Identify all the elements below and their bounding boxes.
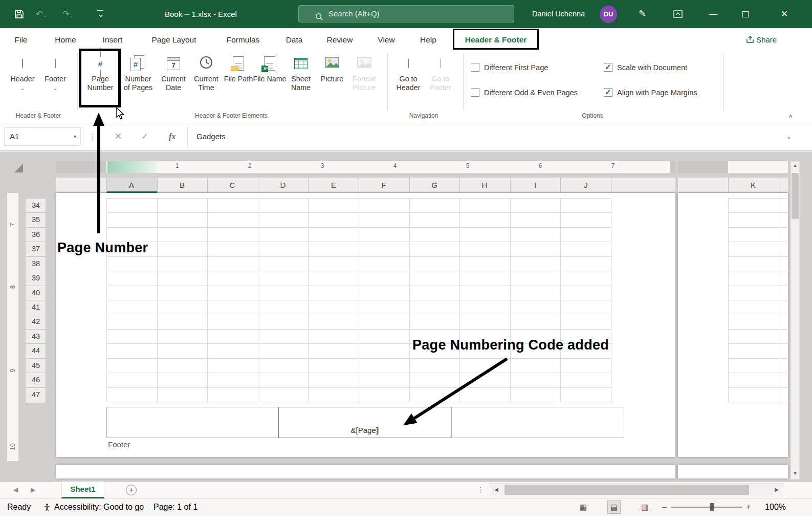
column-header[interactable]: K	[751, 178, 756, 192]
minimize-button[interactable]: —	[703, 0, 723, 28]
column-header[interactable]: J	[584, 178, 588, 192]
column-header[interactable]: F	[381, 178, 386, 192]
tab-data[interactable]: Data	[286, 30, 303, 50]
tab-help[interactable]: Help	[420, 30, 436, 50]
column-header[interactable]: E	[331, 178, 336, 192]
undo-icon[interactable]: ↶⌄	[36, 0, 47, 28]
row-header[interactable]: 41	[26, 300, 46, 314]
tab-review[interactable]: Review	[327, 30, 353, 50]
row-header[interactable]: 39	[26, 271, 46, 285]
picture-button[interactable]: Picture	[315, 54, 349, 83]
tab-page-layout[interactable]: Page Layout	[151, 30, 196, 50]
cancel-icon[interactable]: ✕	[115, 127, 122, 146]
zoom-in-icon[interactable]: +	[746, 498, 751, 516]
search-input[interactable]: Search (Alt+Q)	[298, 5, 514, 23]
avatar[interactable]: DU	[600, 6, 617, 23]
zoom-slider-thumb[interactable]	[710, 503, 714, 511]
scale-with-document-option[interactable]: Scale with Document	[604, 63, 687, 72]
row-header[interactable]: 43	[26, 329, 46, 343]
row-header[interactable]: 37	[26, 242, 46, 256]
row-header[interactable]: 46	[26, 373, 46, 387]
row-header[interactable]: 38	[26, 256, 46, 271]
save-icon[interactable]	[14, 9, 24, 21]
row-header[interactable]: 40	[26, 286, 46, 300]
select-all-corner[interactable]	[14, 164, 23, 172]
file-path-button[interactable]: File Path	[222, 54, 255, 83]
collapse-ribbon-icon[interactable]: ∧	[788, 113, 793, 119]
tab-home[interactable]: Home	[55, 30, 76, 50]
footer-center-section[interactable]: &[Page]	[278, 407, 452, 438]
add-sheet-button[interactable]: +	[126, 485, 137, 495]
user-name[interactable]: Daniel Uchenna	[532, 0, 585, 28]
sheet-nav-prev-icon[interactable]: ◀	[13, 482, 18, 498]
header-button[interactable]: Header ⌄	[6, 54, 39, 93]
row-header[interactable]: 34	[26, 198, 46, 212]
row-header[interactable]: 36	[26, 227, 46, 242]
tab-formulas[interactable]: Formulas	[227, 30, 260, 50]
file-name-button[interactable]: X File Name	[253, 54, 287, 83]
current-time-button[interactable]: Current Time	[189, 54, 223, 92]
scroll-down-icon[interactable]: ▼	[791, 471, 800, 476]
different-odd-even-option[interactable]: Different Odd & Even Pages	[471, 88, 578, 97]
share-button[interactable]: Share	[746, 30, 777, 50]
sheet-name-button[interactable]: Sheet Name	[284, 54, 318, 92]
different-first-page-option[interactable]: Different First Page	[471, 63, 548, 72]
column-header[interactable]: H	[482, 178, 488, 192]
column-header[interactable]: I	[534, 178, 536, 192]
vertical-scrollbar-thumb[interactable]	[792, 173, 799, 219]
grip-dots-icon[interactable]: ⋮	[477, 482, 484, 498]
checkbox-icon[interactable]	[604, 88, 612, 97]
pen-icon[interactable]: ✎	[639, 0, 646, 28]
checkbox-icon[interactable]	[604, 63, 612, 72]
column-header[interactable]: G	[431, 178, 437, 192]
status-accessibility[interactable]: Accessibility: Good to go	[54, 498, 144, 516]
row-header[interactable]: 44	[26, 343, 46, 358]
scroll-left-icon[interactable]: ◀	[491, 483, 501, 496]
chevron-down-icon[interactable]: ▾	[74, 128, 76, 145]
scroll-up-icon[interactable]: ▲	[791, 163, 800, 168]
tab-insert[interactable]: Insert	[103, 30, 123, 50]
horizontal-scrollbar-thumb[interactable]	[504, 485, 749, 495]
row-header[interactable]: 42	[26, 314, 46, 329]
number-of-pages-button[interactable]: # Number of Pages	[121, 54, 155, 92]
row-header[interactable]: 47	[26, 387, 46, 402]
worksheet-grid[interactable]	[106, 198, 612, 403]
group-label-header-footer: Header & Footer	[16, 112, 61, 119]
footer-right-section[interactable]	[451, 407, 624, 438]
row-header[interactable]: 45	[26, 358, 46, 373]
enter-icon[interactable]: ✓	[141, 127, 148, 146]
tab-view[interactable]: View	[378, 30, 394, 50]
sheet-nav-next-icon[interactable]: ▶	[31, 482, 35, 498]
footer-left-section[interactable]	[106, 407, 279, 438]
checkbox-icon[interactable]	[471, 88, 479, 97]
page-layout-view-icon[interactable]: ▤	[608, 501, 620, 513]
ribbon-display-options-icon[interactable]	[673, 10, 683, 20]
worksheet-grid-page2[interactable]	[728, 198, 788, 403]
column-header[interactable]: A	[129, 178, 134, 192]
name-box[interactable]: A1 ▾	[4, 127, 81, 146]
insert-function-icon[interactable]: fx	[169, 127, 175, 146]
zoom-level[interactable]: 100%	[765, 498, 786, 516]
tab-file[interactable]: File	[15, 30, 28, 50]
expand-formula-bar-icon[interactable]: ⌄	[786, 127, 792, 146]
column-header[interactable]: D	[280, 178, 286, 192]
sheet-tab-sheet1[interactable]: Sheet1	[61, 482, 104, 498]
align-with-page-margins-option[interactable]: Align with Page Margins	[604, 88, 697, 97]
current-date-button[interactable]: 7 Current Date	[157, 54, 190, 92]
normal-view-icon[interactable]: ▦	[577, 501, 589, 513]
row-header[interactable]: 35	[26, 212, 46, 227]
page-break-view-icon[interactable]: ▥	[639, 501, 651, 513]
close-button[interactable]: ✕	[774, 0, 795, 28]
go-to-header-button[interactable]: Go to Header	[391, 54, 425, 92]
scroll-right-icon[interactable]: ▶	[772, 483, 782, 496]
zoom-out-icon[interactable]: –	[662, 498, 667, 516]
column-header[interactable]: C	[230, 178, 235, 192]
footer-button[interactable]: Footer ⌄	[39, 54, 72, 93]
grip-dots-icon[interactable]: ⋮	[89, 127, 96, 146]
formula-bar-value[interactable]: Gadgets	[196, 127, 226, 146]
redo-icon[interactable]: ↷⌄	[62, 0, 74, 28]
column-header[interactable]: B	[180, 178, 185, 192]
customize-quick-access-icon[interactable]: ⌄	[97, 0, 104, 28]
zoom-slider[interactable]	[671, 507, 742, 508]
checkbox-icon[interactable]	[471, 63, 479, 72]
